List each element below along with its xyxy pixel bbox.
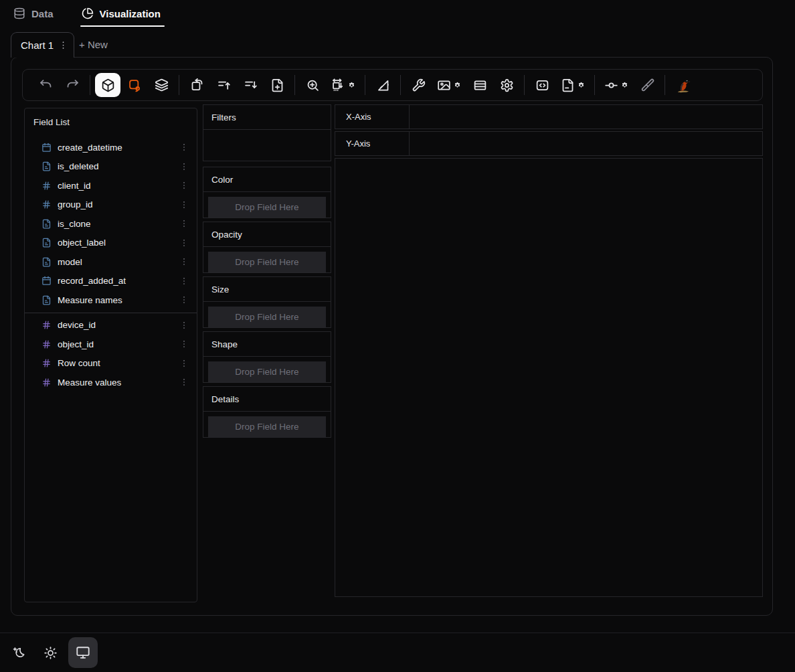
- sort-descending-icon: [244, 78, 258, 92]
- toolbar-button-table[interactable]: [467, 73, 493, 97]
- field-item-measure-names[interactable]: Measure names: [25, 290, 197, 310]
- theme-button-system[interactable]: [68, 637, 98, 668]
- toolbar-button-paintbrush[interactable]: [634, 73, 660, 97]
- toolbar-button-code-block[interactable]: [529, 73, 555, 97]
- field-menu-button[interactable]: [178, 275, 190, 287]
- field-menu-button[interactable]: [178, 256, 190, 268]
- field-item-row-count[interactable]: Row count: [25, 354, 197, 373]
- toolbar-button-lasso-select[interactable]: [122, 73, 147, 97]
- toolbar-button-sort-ascending[interactable]: [211, 73, 236, 97]
- toolbar-button-undo[interactable]: [33, 73, 58, 97]
- field-menu-button[interactable]: [178, 218, 190, 230]
- toolbar-button-file-plus[interactable]: [264, 73, 290, 97]
- field-item-object-id[interactable]: object_id: [25, 335, 197, 354]
- file-text-icon: [41, 219, 52, 229]
- field-label: Row count: [58, 358, 100, 368]
- wrench-icon: [412, 78, 426, 92]
- dropzone-opacity[interactable]: Drop Field Here: [208, 252, 326, 272]
- bird-logo-icon: [675, 76, 692, 94]
- field-menu-button[interactable]: [178, 338, 190, 350]
- theme-button-light[interactable]: [37, 639, 64, 666]
- field-type-icon-wrap: [41, 358, 52, 368]
- field-label: is_clone: [58, 219, 91, 229]
- dropzone-details[interactable]: Drop Field Here: [208, 416, 326, 437]
- field-type-icon-wrap: [41, 377, 52, 388]
- calendar-icon: [41, 276, 52, 286]
- file-plus-icon: [270, 78, 284, 92]
- field-menu-button[interactable]: [178, 237, 190, 249]
- toolbar-button-cube[interactable]: [95, 73, 120, 97]
- toolbar-divider: [179, 75, 179, 95]
- field-label: record_added_at: [58, 276, 126, 286]
- theme-button-dark[interactable]: [5, 639, 32, 666]
- new-chart-button[interactable]: + New: [75, 32, 112, 57]
- field-menu-button[interactable]: [178, 141, 190, 153]
- field-menu-button[interactable]: [178, 357, 190, 369]
- dropzone-size[interactable]: Drop Field Here: [208, 307, 326, 327]
- zoom-in-icon: [306, 78, 320, 92]
- monitor-icon: [76, 645, 90, 660]
- dots-vertical-icon: [179, 219, 189, 228]
- toolbar-button-file[interactable]: [556, 73, 590, 97]
- tab-data[interactable]: Data: [13, 0, 54, 27]
- toolbar-button-sort-descending[interactable]: [238, 73, 263, 97]
- redo-icon: [66, 78, 80, 92]
- dots-vertical-icon: [179, 143, 189, 152]
- hash-icon: [41, 199, 52, 209]
- field-item-is-clone[interactable]: is_clone: [25, 214, 197, 234]
- y-axis-dropzone[interactable]: [410, 132, 762, 155]
- lasso-select-icon: [128, 78, 142, 92]
- field-item-record-added-at[interactable]: record_added_at: [25, 272, 197, 291]
- toolbar-divider: [400, 75, 401, 95]
- field-item-model[interactable]: model: [25, 252, 197, 272]
- cube-icon: [101, 78, 115, 92]
- toolbar-button-bird-logo[interactable]: [670, 73, 697, 97]
- field-menu-button[interactable]: [178, 376, 190, 388]
- toolbar-button-redo[interactable]: [60, 73, 85, 97]
- toolbar-group-7: [526, 73, 593, 97]
- toolbar-button-git-commit[interactable]: [600, 73, 633, 97]
- undo-icon: [39, 78, 53, 92]
- field-item-create-datetime[interactable]: create_datetime: [25, 138, 197, 157]
- chart-tab-menu-button[interactable]: [58, 40, 68, 50]
- file-icon: [561, 78, 575, 92]
- dots-vertical-icon: [179, 276, 189, 286]
- toolbar-button-settings-gear[interactable]: [494, 73, 519, 97]
- chart-tab-chart-1[interactable]: Chart 1: [11, 32, 74, 58]
- dots-vertical-icon: [179, 200, 189, 209]
- tab-visualization[interactable]: Visualization: [82, 0, 161, 27]
- gear-mini-icon: [348, 82, 355, 89]
- encoding-section-color: ColorDrop Field Here: [203, 167, 331, 218]
- toolbar-button-triangle-ruler[interactable]: [370, 73, 395, 97]
- field-item-group-id[interactable]: group_id: [25, 195, 197, 215]
- dropzone-shape[interactable]: Drop Field Here: [208, 361, 326, 382]
- dropzone-color[interactable]: Drop Field Here: [208, 197, 326, 218]
- field-menu-button[interactable]: [178, 294, 190, 306]
- field-menu-button[interactable]: [178, 161, 190, 173]
- dots-vertical-icon: [179, 257, 189, 266]
- field-type-icon-wrap: [41, 181, 52, 191]
- field-item-is-deleted[interactable]: is_deleted: [25, 157, 197, 177]
- field-item-measure-values[interactable]: Measure values: [25, 373, 197, 392]
- x-axis-shelf: X-Axis: [335, 104, 763, 129]
- visualization-panel: Field List create_datetimeis_deletedclie…: [11, 57, 773, 616]
- field-item-object-label[interactable]: object_label: [25, 234, 197, 253]
- x-axis-label: X-Axis: [335, 105, 410, 129]
- field-item-device-id[interactable]: device_id: [25, 316, 197, 335]
- field-menu-button[interactable]: [178, 199, 190, 211]
- settings-gear-icon: [500, 78, 514, 92]
- toolbar-button-dimensions[interactable]: [327, 73, 360, 97]
- toolbar-button-rotate-square[interactable]: [184, 73, 209, 97]
- field-item-client-id[interactable]: client_id: [25, 176, 197, 195]
- field-menu-button[interactable]: [178, 179, 190, 191]
- toolbar-button-image[interactable]: [432, 73, 466, 97]
- layers-icon: [155, 78, 169, 92]
- toolbar-button-zoom-in[interactable]: [300, 73, 325, 97]
- toolbar-button-wrench[interactable]: [406, 73, 431, 97]
- chart-canvas[interactable]: [335, 158, 763, 597]
- encoding-section-size: SizeDrop Field Here: [203, 276, 331, 328]
- toolbar-button-layers[interactable]: [149, 73, 174, 97]
- field-menu-button[interactable]: [178, 319, 190, 331]
- x-axis-dropzone[interactable]: [410, 105, 762, 129]
- field-label: object_id: [58, 339, 94, 349]
